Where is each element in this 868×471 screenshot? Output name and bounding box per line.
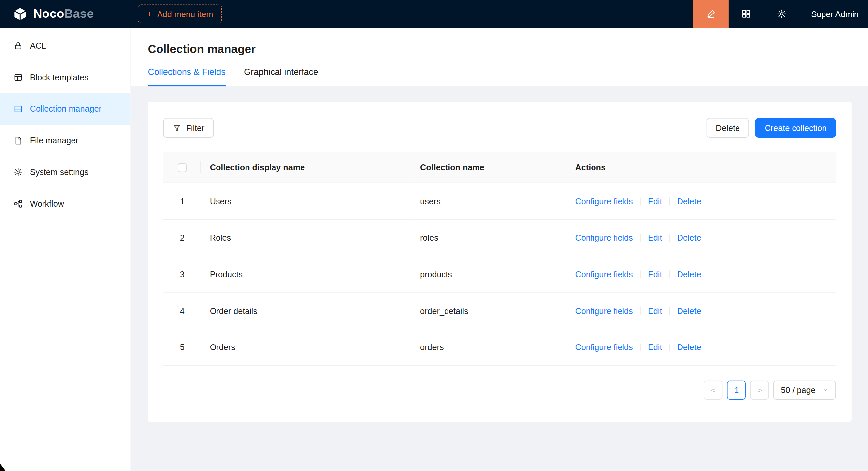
divider (640, 234, 641, 242)
divider (669, 270, 670, 278)
tab-graphical-interface[interactable]: Graphical interface (244, 68, 318, 86)
cell-actions: Configure fieldsEditDelete (566, 329, 836, 365)
delete-link[interactable]: Delete (677, 306, 701, 315)
page-title: Collection manager (148, 42, 851, 56)
page-size-select[interactable]: 50 / page (774, 380, 836, 399)
divider (669, 234, 670, 242)
filter-label: Filter (186, 123, 204, 133)
cell-display-name: Order details (201, 292, 411, 329)
collections-table: Collection display name Collection name … (163, 152, 836, 366)
app-window: NocoBase + Add menu item (0, 0, 868, 471)
delete-button[interactable]: Delete (707, 118, 749, 138)
toolbar-right: Delete Create collection (707, 118, 836, 138)
lock-icon (14, 41, 23, 50)
logo-text: NocoBase (33, 7, 94, 21)
user-menu[interactable]: Super Admin (800, 9, 868, 19)
settings-button[interactable] (764, 0, 800, 28)
edit-link[interactable]: Edit (648, 269, 662, 279)
page-header: Collection manager Collections & Fields … (131, 28, 868, 86)
cell-display-name: Users (201, 182, 411, 219)
sidebar-item-file-manager[interactable]: File manager (0, 125, 130, 156)
table-header-row: Collection display name Collection name … (163, 152, 836, 182)
row-index: 5 (163, 329, 201, 365)
pagination-page-1[interactable]: 1 (727, 380, 746, 399)
edit-link[interactable]: Edit (648, 306, 662, 315)
table-row: 1 Users users Configure fieldsEditDelete (163, 182, 836, 219)
sidebar-item-label: File manager (30, 136, 79, 145)
tab-bar: Collections & Fields Graphical interface (148, 68, 851, 86)
configure-fields-link[interactable]: Configure fields (576, 233, 633, 242)
configure-fields-link[interactable]: Configure fields (576, 306, 633, 315)
divider (669, 343, 670, 351)
delete-link[interactable]: Delete (677, 342, 701, 352)
edit-link[interactable]: Edit (648, 233, 662, 242)
sidebar-item-block-templates[interactable]: Block templates (0, 61, 130, 93)
layout-icon (14, 73, 23, 82)
page-size-value: 50 / page (781, 385, 816, 395)
sidebar-item-label: Collection manager (30, 104, 101, 114)
settings-sidebar: ACL Block templates Collection manager (0, 28, 131, 471)
divider (669, 307, 670, 315)
cell-display-name: Roles (201, 219, 411, 256)
delete-link[interactable]: Delete (677, 233, 701, 242)
cell-actions: Configure fieldsEditDelete (566, 292, 836, 329)
sidebar-item-workflow[interactable]: Workflow (0, 188, 130, 220)
configure-fields-link[interactable]: Configure fields (576, 269, 633, 279)
body-row: ACL Block templates Collection manager (0, 28, 868, 471)
create-collection-button[interactable]: Create collection (755, 118, 836, 138)
sidebar-item-label: System settings (30, 167, 89, 176)
top-bar-right: Super Admin (693, 0, 868, 28)
pagination-prev-button[interactable]: < (704, 380, 723, 399)
header-checkbox-cell (163, 152, 201, 182)
cell-collection-name: order_details (411, 292, 566, 329)
cell-collection-name: roles (411, 219, 566, 256)
sidebar-item-label: ACL (30, 41, 46, 51)
nocobase-logo[interactable]: NocoBase (0, 6, 131, 21)
row-index: 1 (163, 182, 201, 219)
cube-logo-icon (13, 6, 28, 21)
gear-icon (777, 9, 786, 19)
card-toolbar: Filter Delete Create collection (163, 118, 836, 138)
column-display-name: Collection display name (201, 152, 411, 182)
configure-fields-link[interactable]: Configure fields (576, 196, 633, 206)
table-row: 5 Orders orders Configure fieldsEditDele… (163, 329, 836, 365)
grid-icon (741, 9, 751, 19)
cell-actions: Configure fieldsEditDelete (566, 182, 836, 219)
edit-link[interactable]: Edit (648, 342, 662, 352)
plugins-button[interactable] (728, 0, 764, 28)
tab-collections-and-fields[interactable]: Collections & Fields (148, 68, 226, 86)
divider (640, 343, 641, 351)
divider (640, 197, 641, 205)
sidebar-item-label: Workflow (30, 199, 64, 208)
filter-button[interactable]: Filter (163, 118, 214, 138)
cell-collection-name: users (411, 182, 566, 219)
configure-fields-link[interactable]: Configure fields (576, 342, 633, 352)
table-row: 2 Roles roles Configure fieldsEditDelete (163, 219, 836, 256)
select-all-checkbox[interactable] (178, 163, 187, 172)
highlighter-icon (706, 9, 716, 19)
divider (640, 307, 641, 315)
sidebar-item-system-settings[interactable]: System settings (0, 156, 130, 188)
cell-actions: Configure fieldsEditDelete (566, 219, 836, 256)
add-menu-item-button[interactable]: + Add menu item (138, 4, 222, 23)
delete-link[interactable]: Delete (677, 196, 701, 206)
edit-link[interactable]: Edit (648, 196, 662, 206)
collections-card: Filter Delete Create collection Coll (148, 102, 851, 421)
row-index: 4 (163, 292, 201, 329)
ui-editor-button[interactable] (693, 0, 729, 28)
add-menu-item-label: Add menu item (157, 9, 213, 19)
sidebar-item-acl[interactable]: ACL (0, 30, 130, 62)
pagination-next-button[interactable]: > (750, 380, 769, 399)
top-bar: NocoBase + Add menu item (0, 0, 868, 28)
cell-actions: Configure fieldsEditDelete (566, 256, 836, 292)
funnel-icon (173, 124, 181, 132)
logo-text-base: Base (64, 7, 94, 21)
delete-link[interactable]: Delete (677, 269, 701, 279)
sidebar-item-collection-manager[interactable]: Collection manager (0, 93, 130, 125)
pagination: < 1 > 50 / page (163, 380, 836, 399)
collections-icon (14, 104, 23, 113)
divider (669, 197, 670, 205)
file-icon (14, 136, 23, 144)
plus-icon: + (147, 9, 152, 19)
main-area: Collection manager Collections & Fields … (131, 28, 868, 471)
